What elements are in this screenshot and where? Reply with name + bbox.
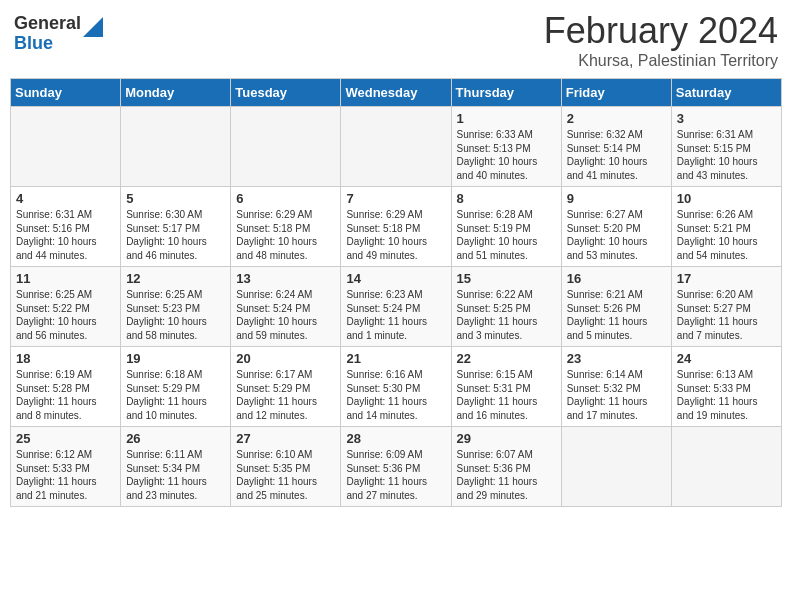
day-info: Sunrise: 6:22 AM Sunset: 5:25 PM Dayligh… — [457, 288, 556, 342]
day-info: Sunrise: 6:24 AM Sunset: 5:24 PM Dayligh… — [236, 288, 335, 342]
day-number: 8 — [457, 191, 556, 206]
calendar-cell — [671, 427, 781, 507]
calendar-cell: 16Sunrise: 6:21 AM Sunset: 5:26 PM Dayli… — [561, 267, 671, 347]
calendar-body: 1Sunrise: 6:33 AM Sunset: 5:13 PM Daylig… — [11, 107, 782, 507]
calendar-cell: 15Sunrise: 6:22 AM Sunset: 5:25 PM Dayli… — [451, 267, 561, 347]
location: Khursa, Palestinian Territory — [544, 52, 778, 70]
day-info: Sunrise: 6:30 AM Sunset: 5:17 PM Dayligh… — [126, 208, 225, 262]
day-number: 22 — [457, 351, 556, 366]
day-info: Sunrise: 6:17 AM Sunset: 5:29 PM Dayligh… — [236, 368, 335, 422]
calendar-cell: 21Sunrise: 6:16 AM Sunset: 5:30 PM Dayli… — [341, 347, 451, 427]
calendar-cell: 27Sunrise: 6:10 AM Sunset: 5:35 PM Dayli… — [231, 427, 341, 507]
calendar-cell: 11Sunrise: 6:25 AM Sunset: 5:22 PM Dayli… — [11, 267, 121, 347]
calendar-cell: 8Sunrise: 6:28 AM Sunset: 5:19 PM Daylig… — [451, 187, 561, 267]
week-row-1: 1Sunrise: 6:33 AM Sunset: 5:13 PM Daylig… — [11, 107, 782, 187]
day-number: 26 — [126, 431, 225, 446]
svg-marker-0 — [83, 17, 103, 37]
calendar-cell: 25Sunrise: 6:12 AM Sunset: 5:33 PM Dayli… — [11, 427, 121, 507]
day-info: Sunrise: 6:07 AM Sunset: 5:36 PM Dayligh… — [457, 448, 556, 502]
calendar-cell: 2Sunrise: 6:32 AM Sunset: 5:14 PM Daylig… — [561, 107, 671, 187]
calendar-cell — [121, 107, 231, 187]
header-cell-friday: Friday — [561, 79, 671, 107]
week-row-5: 25Sunrise: 6:12 AM Sunset: 5:33 PM Dayli… — [11, 427, 782, 507]
calendar-cell: 26Sunrise: 6:11 AM Sunset: 5:34 PM Dayli… — [121, 427, 231, 507]
day-info: Sunrise: 6:33 AM Sunset: 5:13 PM Dayligh… — [457, 128, 556, 182]
day-number: 4 — [16, 191, 115, 206]
day-number: 18 — [16, 351, 115, 366]
day-info: Sunrise: 6:10 AM Sunset: 5:35 PM Dayligh… — [236, 448, 335, 502]
calendar-cell: 13Sunrise: 6:24 AM Sunset: 5:24 PM Dayli… — [231, 267, 341, 347]
day-number: 15 — [457, 271, 556, 286]
header-cell-saturday: Saturday — [671, 79, 781, 107]
day-info: Sunrise: 6:13 AM Sunset: 5:33 PM Dayligh… — [677, 368, 776, 422]
day-number: 29 — [457, 431, 556, 446]
day-info: Sunrise: 6:28 AM Sunset: 5:19 PM Dayligh… — [457, 208, 556, 262]
day-info: Sunrise: 6:23 AM Sunset: 5:24 PM Dayligh… — [346, 288, 445, 342]
day-info: Sunrise: 6:14 AM Sunset: 5:32 PM Dayligh… — [567, 368, 666, 422]
day-number: 19 — [126, 351, 225, 366]
calendar-cell: 10Sunrise: 6:26 AM Sunset: 5:21 PM Dayli… — [671, 187, 781, 267]
calendar-cell: 18Sunrise: 6:19 AM Sunset: 5:28 PM Dayli… — [11, 347, 121, 427]
logo-icon — [83, 17, 103, 37]
day-number: 17 — [677, 271, 776, 286]
day-number: 23 — [567, 351, 666, 366]
calendar-cell — [231, 107, 341, 187]
week-row-3: 11Sunrise: 6:25 AM Sunset: 5:22 PM Dayli… — [11, 267, 782, 347]
calendar-cell — [561, 427, 671, 507]
week-row-4: 18Sunrise: 6:19 AM Sunset: 5:28 PM Dayli… — [11, 347, 782, 427]
day-info: Sunrise: 6:11 AM Sunset: 5:34 PM Dayligh… — [126, 448, 225, 502]
day-info: Sunrise: 6:26 AM Sunset: 5:21 PM Dayligh… — [677, 208, 776, 262]
calendar-cell: 14Sunrise: 6:23 AM Sunset: 5:24 PM Dayli… — [341, 267, 451, 347]
day-info: Sunrise: 6:31 AM Sunset: 5:15 PM Dayligh… — [677, 128, 776, 182]
day-number: 5 — [126, 191, 225, 206]
day-number: 24 — [677, 351, 776, 366]
day-number: 28 — [346, 431, 445, 446]
page-header: General Blue February 2024 Khursa, Pales… — [10, 10, 782, 70]
day-number: 14 — [346, 271, 445, 286]
day-info: Sunrise: 6:09 AM Sunset: 5:36 PM Dayligh… — [346, 448, 445, 502]
logo-general: General — [14, 14, 81, 34]
logo: General Blue — [14, 14, 103, 54]
day-number: 9 — [567, 191, 666, 206]
calendar-cell: 19Sunrise: 6:18 AM Sunset: 5:29 PM Dayli… — [121, 347, 231, 427]
calendar-cell: 20Sunrise: 6:17 AM Sunset: 5:29 PM Dayli… — [231, 347, 341, 427]
day-info: Sunrise: 6:25 AM Sunset: 5:22 PM Dayligh… — [16, 288, 115, 342]
day-info: Sunrise: 6:29 AM Sunset: 5:18 PM Dayligh… — [346, 208, 445, 262]
day-number: 11 — [16, 271, 115, 286]
day-info: Sunrise: 6:18 AM Sunset: 5:29 PM Dayligh… — [126, 368, 225, 422]
title-block: February 2024 Khursa, Palestinian Territ… — [544, 10, 778, 70]
day-number: 13 — [236, 271, 335, 286]
calendar-cell: 22Sunrise: 6:15 AM Sunset: 5:31 PM Dayli… — [451, 347, 561, 427]
day-number: 25 — [16, 431, 115, 446]
calendar-header: SundayMondayTuesdayWednesdayThursdayFrid… — [11, 79, 782, 107]
header-cell-monday: Monday — [121, 79, 231, 107]
day-number: 21 — [346, 351, 445, 366]
day-number: 20 — [236, 351, 335, 366]
header-cell-thursday: Thursday — [451, 79, 561, 107]
day-info: Sunrise: 6:29 AM Sunset: 5:18 PM Dayligh… — [236, 208, 335, 262]
day-info: Sunrise: 6:12 AM Sunset: 5:33 PM Dayligh… — [16, 448, 115, 502]
calendar-table: SundayMondayTuesdayWednesdayThursdayFrid… — [10, 78, 782, 507]
day-info: Sunrise: 6:19 AM Sunset: 5:28 PM Dayligh… — [16, 368, 115, 422]
calendar-cell: 6Sunrise: 6:29 AM Sunset: 5:18 PM Daylig… — [231, 187, 341, 267]
day-info: Sunrise: 6:16 AM Sunset: 5:30 PM Dayligh… — [346, 368, 445, 422]
week-row-2: 4Sunrise: 6:31 AM Sunset: 5:16 PM Daylig… — [11, 187, 782, 267]
header-cell-sunday: Sunday — [11, 79, 121, 107]
day-number: 1 — [457, 111, 556, 126]
calendar-cell: 7Sunrise: 6:29 AM Sunset: 5:18 PM Daylig… — [341, 187, 451, 267]
day-info: Sunrise: 6:27 AM Sunset: 5:20 PM Dayligh… — [567, 208, 666, 262]
day-info: Sunrise: 6:31 AM Sunset: 5:16 PM Dayligh… — [16, 208, 115, 262]
header-cell-tuesday: Tuesday — [231, 79, 341, 107]
logo-blue: Blue — [14, 34, 81, 54]
calendar-cell: 1Sunrise: 6:33 AM Sunset: 5:13 PM Daylig… — [451, 107, 561, 187]
day-number: 6 — [236, 191, 335, 206]
day-info: Sunrise: 6:15 AM Sunset: 5:31 PM Dayligh… — [457, 368, 556, 422]
day-number: 27 — [236, 431, 335, 446]
calendar-cell: 29Sunrise: 6:07 AM Sunset: 5:36 PM Dayli… — [451, 427, 561, 507]
calendar-cell: 9Sunrise: 6:27 AM Sunset: 5:20 PM Daylig… — [561, 187, 671, 267]
day-number: 7 — [346, 191, 445, 206]
calendar-cell — [341, 107, 451, 187]
day-info: Sunrise: 6:21 AM Sunset: 5:26 PM Dayligh… — [567, 288, 666, 342]
calendar-cell: 23Sunrise: 6:14 AM Sunset: 5:32 PM Dayli… — [561, 347, 671, 427]
day-number: 12 — [126, 271, 225, 286]
